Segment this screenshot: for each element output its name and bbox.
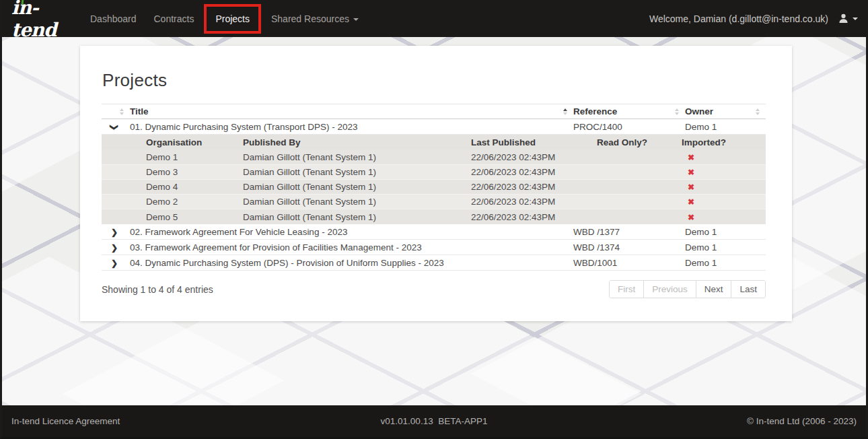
column-header-owner-label: Owner	[685, 106, 713, 116]
subtable-row: Demo 1 Damian Gillott (Tenant System 1) …	[102, 150, 766, 165]
projects-card: Projects Title Reference Owner ❯ 01. Dyn…	[80, 46, 792, 321]
organisation-cell: Demo 1	[146, 152, 243, 162]
published-by-cell: Damian Gillott (Tenant System 1)	[243, 167, 471, 177]
subtable-header-imported: Imported?	[682, 137, 766, 147]
table-row[interactable]: ❯ 03. Framework Agreement for Provision …	[102, 240, 766, 255]
table-header-row: Title Reference Owner	[102, 104, 766, 119]
published-by-cell: Damian Gillott (Tenant System 1)	[243, 197, 471, 207]
licence-agreement-link[interactable]: In-tend Licence Agreement	[11, 416, 293, 426]
column-header-title-label: Title	[130, 106, 149, 116]
nav-item-contracts[interactable]: Contracts	[145, 7, 203, 31]
project-reference: WBD/1001	[573, 258, 685, 268]
top-navbar: in-tend Dashboard Contracts Projects Sha…	[2, 0, 866, 37]
not-imported-x-icon: ✖	[688, 153, 694, 162]
collapse-row-icon[interactable]: ❯	[110, 123, 118, 130]
page-footer: In-tend Licence Agreement v01.01.00.13 B…	[2, 405, 866, 437]
imported-cell: ✖	[682, 167, 766, 177]
last-published-cell: 22/06/2023 02:43PM	[471, 212, 597, 222]
not-imported-x-icon: ✖	[688, 182, 694, 192]
table-footer: Showing 1 to 4 of 4 entries First Previo…	[102, 280, 766, 298]
not-imported-x-icon: ✖	[688, 213, 694, 222]
project-title: 03. Framework Agreement for Provision of…	[130, 242, 573, 252]
project-reference: WBD /1377	[573, 227, 685, 237]
copyright-text: © In-tend Ltd (2006 - 2023)	[575, 416, 857, 426]
pagination: First Previous Next Last	[609, 280, 766, 298]
sort-ascending-icon	[563, 108, 567, 115]
project-title: 04. Dynamic Purchasing System (DPS) - Pr…	[130, 258, 573, 268]
table-row[interactable]: ❯ 01. Dynamic Purchasing System (Transpo…	[102, 119, 766, 135]
organisation-cell: Demo 4	[146, 182, 243, 192]
subtable-header-row: Organisation Published By Last Published…	[102, 135, 766, 150]
pagination-first-button[interactable]: First	[610, 281, 643, 298]
project-title: 02. Framework Agreement For Vehicle Leas…	[130, 227, 573, 237]
column-header-reference[interactable]: Reference	[573, 104, 685, 119]
column-header-reference-label: Reference	[573, 106, 617, 116]
organisation-cell: Demo 3	[146, 167, 243, 177]
column-header-expander[interactable]	[102, 104, 130, 119]
not-imported-x-icon: ✖	[688, 197, 694, 207]
main-navigation: Dashboard Contracts Projects Shared Reso…	[81, 4, 367, 34]
project-reference: WBD /1374	[573, 242, 685, 252]
nav-item-shared-resources[interactable]: Shared Resources	[262, 7, 367, 31]
app-logo-text: in-tend	[11, 0, 57, 41]
user-menu[interactable]	[838, 13, 858, 24]
project-owner: Demo 1	[685, 242, 766, 252]
sort-icon	[675, 108, 679, 115]
navbar-right: Welcome, Damian (d.gillott@in-tend.co.uk…	[649, 13, 858, 24]
projects-highlight-box: Projects	[204, 4, 261, 34]
expand-row-icon[interactable]: ❯	[111, 259, 118, 267]
subtable-header-published-by: Published By	[243, 137, 471, 147]
imported-cell: ✖	[682, 182, 766, 192]
project-reference: PROC/1400	[573, 122, 685, 132]
shared-resources-label: Shared Resources	[271, 13, 349, 24]
expand-row-icon[interactable]: ❯	[111, 244, 118, 252]
subtable-row: Demo 5 Damian Gillott (Tenant System 1) …	[102, 209, 766, 224]
subtable-header-read-only: Read Only?	[597, 137, 682, 147]
published-by-cell: Damian Gillott (Tenant System 1)	[243, 152, 471, 162]
subtable-row: Demo 2 Damian Gillott (Tenant System 1) …	[102, 195, 766, 209]
project-owner: Demo 1	[685, 227, 766, 237]
sort-icon	[756, 108, 760, 115]
version-text: v01.01.00.13 BETA-APP1	[293, 416, 575, 426]
projects-table: Title Reference Owner ❯ 01. Dynamic Purc…	[102, 104, 766, 271]
pagination-previous-button[interactable]: Previous	[643, 281, 696, 298]
column-header-title[interactable]: Title	[130, 104, 573, 119]
subtable-header-last-published: Last Published	[471, 137, 597, 147]
imported-cell: ✖	[682, 212, 766, 222]
imported-cell: ✖	[682, 152, 766, 162]
expand-row-icon[interactable]: ❯	[111, 228, 118, 236]
entries-summary: Showing 1 to 4 of 4 entries	[102, 284, 213, 295]
project-title: 01. Dynamic Purchasing System (Transport…	[130, 122, 573, 132]
project-owner: Demo 1	[685, 258, 766, 268]
imported-cell: ✖	[682, 197, 766, 207]
row-details-subtable: Organisation Published By Last Published…	[102, 135, 766, 224]
column-header-owner[interactable]: Owner	[685, 104, 766, 119]
subtable-row: Demo 4 Damian Gillott (Tenant System 1) …	[102, 180, 766, 195]
chevron-down-icon	[853, 18, 858, 20]
last-published-cell: 22/06/2023 02:43PM	[471, 167, 597, 177]
sort-icon	[120, 108, 124, 115]
page-background: Projects Title Reference Owner ❯ 01. Dyn…	[2, 37, 866, 405]
nav-item-dashboard[interactable]: Dashboard	[81, 7, 145, 31]
pagination-last-button[interactable]: Last	[731, 281, 765, 298]
app-logo[interactable]: in-tend	[11, 0, 73, 41]
last-published-cell: 22/06/2023 02:43PM	[471, 197, 597, 207]
table-row[interactable]: ❯ 04. Dynamic Purchasing System (DPS) - …	[102, 255, 766, 271]
published-by-cell: Damian Gillott (Tenant System 1)	[243, 212, 471, 222]
subtable-row: Demo 3 Damian Gillott (Tenant System 1) …	[102, 165, 766, 180]
chevron-down-icon	[353, 18, 359, 21]
last-published-cell: 22/06/2023 02:43PM	[471, 152, 597, 162]
project-owner: Demo 1	[685, 122, 766, 132]
organisation-cell: Demo 2	[146, 197, 243, 207]
table-row[interactable]: ❯ 02. Framework Agreement For Vehicle Le…	[102, 224, 766, 240]
organisation-cell: Demo 5	[146, 212, 243, 222]
nav-item-projects[interactable]: Projects	[207, 7, 258, 31]
pagination-next-button[interactable]: Next	[696, 281, 731, 298]
published-by-cell: Damian Gillott (Tenant System 1)	[243, 182, 471, 192]
welcome-text: Welcome, Damian (d.gillott@in-tend.co.uk…	[649, 13, 828, 24]
page-title: Projects	[102, 70, 766, 91]
not-imported-x-icon: ✖	[688, 168, 694, 177]
last-published-cell: 22/06/2023 02:43PM	[471, 182, 597, 192]
subtable-header-organisation: Organisation	[146, 137, 243, 147]
user-icon	[838, 13, 849, 24]
